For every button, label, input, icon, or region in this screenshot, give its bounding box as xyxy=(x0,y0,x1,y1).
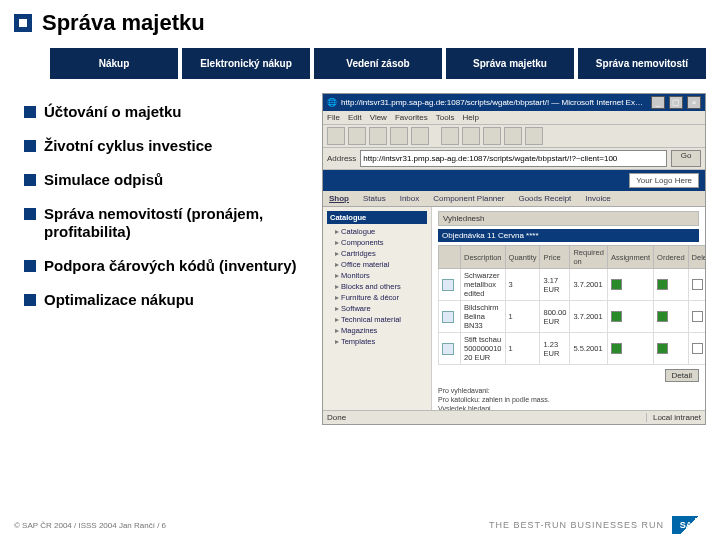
refresh-button[interactable] xyxy=(390,127,408,145)
note-line: Pro katolicku: zahlen in podle mass. xyxy=(438,396,699,405)
checkbox-icon[interactable] xyxy=(692,343,703,354)
menu-view[interactable]: View xyxy=(370,113,387,122)
brand: THE BEST-RUN BUSINESSES RUN SAP xyxy=(489,516,706,534)
bullet-zivotni-cyklus: Životní cyklus investice xyxy=(44,137,212,155)
cell-date: 3.7.2001 xyxy=(570,301,607,333)
apptab-receipt[interactable]: Goods Receipt xyxy=(518,194,571,203)
col-delete: Delete xyxy=(688,246,705,269)
menu-file[interactable]: File xyxy=(327,113,340,122)
tree-header: Catalogue xyxy=(327,211,427,224)
history-button[interactable] xyxy=(483,127,501,145)
file-icon xyxy=(442,311,454,323)
cell-price: 3.17 EUR xyxy=(540,269,570,301)
mail-button[interactable] xyxy=(504,127,522,145)
tab-sprava-majetku[interactable]: Správa majetku xyxy=(446,48,574,79)
tab-vedeni-zasob[interactable]: Vedení zásob xyxy=(314,48,442,79)
apptab-planner[interactable]: Component Planner xyxy=(433,194,504,203)
title-row: Správa majetku xyxy=(0,0,720,42)
bullet-icon xyxy=(24,140,36,152)
window-title: http://intsvr31.pmp.sap-ag.de:1087/scrip… xyxy=(341,98,647,107)
table-row[interactable]: Bildschirm Belina BN33 1 800.00 EUR 3.7.… xyxy=(439,301,706,333)
cell-desc: Schwarzer metallbox edited xyxy=(461,269,506,301)
bullet-icon xyxy=(24,106,36,118)
table-row[interactable]: Stift tschau 500000010 20 EUR 1 1.23 EUR… xyxy=(439,333,706,365)
back-button[interactable] xyxy=(327,127,345,145)
detail-button[interactable]: Detail xyxy=(665,369,699,382)
menu-tools[interactable]: Tools xyxy=(436,113,455,122)
address-label: Address xyxy=(327,154,356,163)
app-header: Your Logo Here xyxy=(323,170,705,191)
tree-item[interactable]: Magazines xyxy=(327,325,427,336)
cell-desc: Bildschirm Belina BN33 xyxy=(461,301,506,333)
tree-item[interactable]: Components xyxy=(327,237,427,248)
menu-edit[interactable]: Edit xyxy=(348,113,362,122)
menu-help[interactable]: Help xyxy=(462,113,478,122)
tree-item[interactable]: Furniture & décor xyxy=(327,292,427,303)
stop-button[interactable] xyxy=(369,127,387,145)
footer: © SAP ČR 2004 / ISSS 2004 Jan Rančí / 6 … xyxy=(0,510,720,540)
checkbox-icon[interactable] xyxy=(692,279,703,290)
checkbox-icon[interactable] xyxy=(692,311,703,322)
checkbox-icon[interactable] xyxy=(611,343,622,354)
logo-placeholder: Your Logo Here xyxy=(629,173,699,188)
bullet-uctovani: Účtování o majetku xyxy=(44,103,182,121)
tree-item[interactable]: Catalogue xyxy=(327,226,427,237)
bullet-list: Účtování o majetku Životní cyklus invest… xyxy=(14,93,314,425)
apptab-shop[interactable]: Shop xyxy=(329,194,349,203)
table-row[interactable]: Schwarzer metallbox edited 3 3.17 EUR 3.… xyxy=(439,269,706,301)
main-panel: Vyhlednesh Objednávka 11 Cervna **** Des… xyxy=(432,207,705,410)
copyright: © SAP ČR 2004 / ISSS 2004 Jan Rančí / 6 xyxy=(14,521,166,530)
tree-item[interactable]: Templates xyxy=(327,336,427,347)
apptab-status[interactable]: Status xyxy=(363,194,386,203)
checkbox-icon[interactable] xyxy=(611,311,622,322)
bullet-icon xyxy=(24,174,36,186)
tab-sprava-nemovitosti[interactable]: Správa nemovitostí xyxy=(578,48,706,79)
checkbox-icon[interactable] xyxy=(657,343,668,354)
toolbar xyxy=(323,125,705,148)
favorites-button[interactable] xyxy=(462,127,480,145)
col-assign: Assignment xyxy=(607,246,653,269)
checkbox-icon[interactable] xyxy=(657,311,668,322)
tab-elektronicky-nakup[interactable]: Elektronický nákup xyxy=(182,48,310,79)
col-date: Required on xyxy=(570,246,607,269)
home-button[interactable] xyxy=(411,127,429,145)
address-input[interactable] xyxy=(360,150,667,167)
tree-item[interactable]: Software xyxy=(327,303,427,314)
cell-price: 1.23 EUR xyxy=(540,333,570,365)
minimize-button[interactable]: _ xyxy=(651,96,665,109)
close-button[interactable]: × xyxy=(687,96,701,109)
bullet-icon xyxy=(24,294,36,306)
print-button[interactable] xyxy=(525,127,543,145)
cell-price: 800.00 EUR xyxy=(540,301,570,333)
checkbox-icon[interactable] xyxy=(611,279,622,290)
apptab-invoice[interactable]: Invoice xyxy=(585,194,610,203)
status-left: Done xyxy=(327,413,646,422)
tree-item[interactable]: Cartridges xyxy=(327,248,427,259)
statusbar: Done Local intranet xyxy=(323,410,705,424)
cell-date: 5.5.2001 xyxy=(570,333,607,365)
bullet-icon xyxy=(24,208,36,220)
maximize-button[interactable]: ▢ xyxy=(669,96,683,109)
note-line: Pro vyhledavani: xyxy=(438,387,699,396)
search-button[interactable] xyxy=(441,127,459,145)
cell-desc: Stift tschau 500000010 20 EUR xyxy=(461,333,506,365)
checkbox-icon[interactable] xyxy=(657,279,668,290)
apptab-inbox[interactable]: Inbox xyxy=(400,194,420,203)
tree-item[interactable]: Office material xyxy=(327,259,427,270)
table-header-row: Description Quantity Price Required on A… xyxy=(439,246,706,269)
page-title: Správa majetku xyxy=(42,10,205,36)
embedded-screenshot: 🌐 http://intsvr31.pmp.sap-ag.de:1087/scr… xyxy=(322,93,706,425)
tab-nakup[interactable]: Nákup xyxy=(50,48,178,79)
tree-item[interactable]: Blocks and others xyxy=(327,281,427,292)
cell-qty: 3 xyxy=(505,269,540,301)
col-desc: Description xyxy=(461,246,506,269)
go-button[interactable]: Go xyxy=(671,150,701,167)
forward-button[interactable] xyxy=(348,127,366,145)
tree-item[interactable]: Technical material xyxy=(327,314,427,325)
cell-qty: 1 xyxy=(505,333,540,365)
address-bar: Address Go xyxy=(323,148,705,170)
file-icon xyxy=(442,279,454,291)
menu-favorites[interactable]: Favorites xyxy=(395,113,428,122)
tree-item[interactable]: Monitors xyxy=(327,270,427,281)
bullet-sprava-nemovitosti: Správa nemovitostí (pronájem, profitabil… xyxy=(44,205,314,241)
